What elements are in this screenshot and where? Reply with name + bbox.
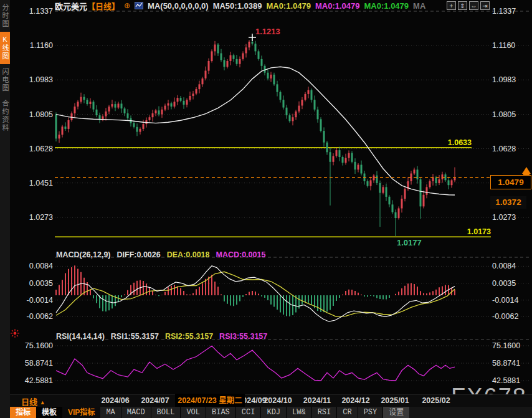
toolbar-tab-CCI[interactable]: CCI	[236, 407, 262, 418]
date-label: 2024/06	[101, 396, 129, 405]
toolbar-tab-BIAS[interactable]: BIAS	[206, 407, 236, 418]
axis-label: 1.0628	[14, 145, 53, 153]
low-price-annotation: 1.0177	[397, 238, 422, 247]
toolbar-tab-VIP指标[interactable]: VIP指标	[62, 407, 100, 418]
macd-settings-label: MACD(26,12,9)	[56, 250, 111, 259]
axis-label: -0.0062	[492, 312, 531, 321]
shift-right-icon[interactable]: ⇥	[480, 1, 490, 10]
axis-label: 1.1160	[14, 41, 53, 50]
toolbar-tab-PSY[interactable]: PSY	[358, 407, 384, 418]
axis-label: 0.0084	[14, 262, 53, 270]
sidebar-tab-合约资料[interactable]: 合约资料	[0, 96, 10, 136]
ma50-value: MA50:1.0389	[213, 1, 262, 11]
period-selector[interactable]: 日线 ▲	[21, 396, 45, 407]
sidebar-tab-分时图[interactable]: 分时图	[0, 0, 10, 32]
macd-diff-value: DIFF:0.0026	[117, 250, 161, 259]
rsi-header: RSI(14,14,14) RSI1:55.3157 RSI2:55.3157 …	[56, 332, 267, 341]
high-price-annotation: 1.1213	[255, 27, 280, 36]
sidebar-tab-闪电图[interactable]: 闪电图	[0, 64, 10, 96]
toolbar-tab-BOLL[interactable]: BOLL	[151, 407, 181, 418]
axis-label: -0.0014	[14, 296, 53, 305]
axis-label: -0.0014	[492, 296, 531, 305]
date-label: 2024/11	[303, 396, 331, 405]
add-indicator-icon[interactable]: ⊕	[124, 1, 130, 10]
chart-header: 欧元美元【日线】 ⊕ MA(50,0,0,0,0,0) MA50:1.0389 …	[55, 0, 425, 11]
toolbar-tab-模板[interactable]: 模板	[36, 407, 62, 418]
axis-label: 1.0983	[492, 75, 531, 84]
indicator-chart-icon[interactable]	[135, 2, 143, 9]
sidebar-tab-K线图[interactable]: K线图	[0, 32, 10, 64]
axis-label: 1.1337	[492, 7, 531, 16]
axis-label: 1.0273	[14, 213, 53, 222]
axis-label: 75.1600	[492, 341, 531, 350]
toolbar-tab-LW&[interactable]: LW&	[287, 407, 312, 418]
axis-label: 58.8741	[492, 359, 531, 368]
symbol-name: 欧元美元【日线】	[55, 0, 120, 12]
rsi2-value: RSI2:55.3157	[165, 332, 213, 341]
chart-view-controls: +⇕⇔⇥	[447, 1, 490, 10]
ma0-value-yellow: MA0:1.0479	[266, 1, 311, 11]
current-price-box: 1.0479	[490, 175, 531, 189]
date-label: 2024/07	[141, 396, 169, 405]
ma-placeholder: MA	[413, 1, 425, 11]
macd-dea-value: DEA:0.0018	[167, 250, 210, 259]
period-tag: 【日线】	[87, 2, 120, 11]
date-label: 2025/01	[381, 396, 409, 405]
axis-label: 1.0805	[492, 110, 531, 119]
toolbar-tab-RSI[interactable]: RSI	[312, 407, 338, 418]
date-label: 2024/12	[341, 396, 369, 405]
axis-label: 1.0983	[14, 75, 53, 84]
axis-label: 0.0035	[492, 279, 531, 288]
crosshair-date-readout: 2024/07/23 星期二	[175, 394, 245, 407]
axis-label: 1.0628	[492, 145, 531, 153]
axis-label: 1.0805	[14, 110, 53, 119]
bottom-toolbar: 指标模板VIP指标MAMACDBOLLVOLBIASCCIKDJLW&RSICR…	[10, 407, 532, 418]
toolbar-tab-设置[interactable]: 设置	[383, 407, 409, 418]
rsi1-value: RSI1:55.3157	[111, 332, 159, 341]
axis-label: 0.0084	[492, 262, 531, 270]
ma-settings-label: MA(50,0,0,0,0,0)	[148, 1, 209, 11]
toolbar-tab-指标[interactable]: 指标	[10, 407, 36, 418]
axis-label: 1.1160	[492, 41, 531, 50]
axis-label: -0.0062	[14, 312, 53, 321]
ma0-value-magenta: MA0:1.0479	[315, 1, 360, 11]
toolbar-tab-CR[interactable]: CR	[337, 407, 358, 418]
sidebar: 分时图K线图闪电图合约资料	[0, 0, 10, 418]
xaxis-row: 日线 ▲ 2024/062024/072024/082024/092024/10…	[10, 394, 532, 407]
scale-horizontal-icon[interactable]: ⇔	[469, 1, 478, 10]
macd-value: MACD:0.0015	[216, 250, 266, 259]
level-label: 1.0173	[452, 227, 491, 236]
axis-label: 58.8741	[14, 359, 53, 368]
toolbar-tab-KDJ[interactable]: KDJ	[261, 407, 287, 418]
ma0-value-green: MA0:1.0479	[364, 1, 409, 11]
alert-icon[interactable]	[10, 328, 20, 338]
rsi3-value: RSI3:55.3157	[219, 332, 267, 341]
price-tag-box: 1.0372	[490, 196, 526, 209]
axis-label: 0.0035	[14, 279, 53, 288]
chart-canvas[interactable]	[0, 0, 532, 418]
toolbar-tab-VOL[interactable]: VOL	[181, 407, 206, 418]
toolbar-tab-MA[interactable]: MA	[100, 407, 121, 418]
rsi-settings-label: RSI(14,14,14)	[56, 332, 105, 341]
level-label: 1.0633	[432, 138, 472, 147]
date-label: 2025/02	[422, 396, 450, 405]
axis-label: 1.1337	[14, 7, 53, 16]
macd-header: MACD(26,12,9) DIFF:0.0026 DEA:0.0018 MAC…	[56, 250, 265, 259]
scale-vertical-icon[interactable]: ⇕	[458, 1, 467, 10]
chevron-up-icon: ▲	[40, 399, 45, 406]
date-label: 2024/10	[264, 396, 292, 405]
axis-label: 1.0273	[492, 213, 531, 222]
toolbar-tab-MACD[interactable]: MACD	[121, 407, 151, 418]
move-chart-icon[interactable]: +	[447, 1, 456, 10]
axis-label: 1.0451	[14, 179, 53, 188]
trading-app: 分时图K线图闪电图合约资料 欧元美元【日线】 ⊕ MA(50,0,0,0,0,0…	[0, 0, 532, 418]
axis-label: 42.5881	[14, 376, 53, 385]
axis-label: 75.1600	[14, 341, 53, 350]
